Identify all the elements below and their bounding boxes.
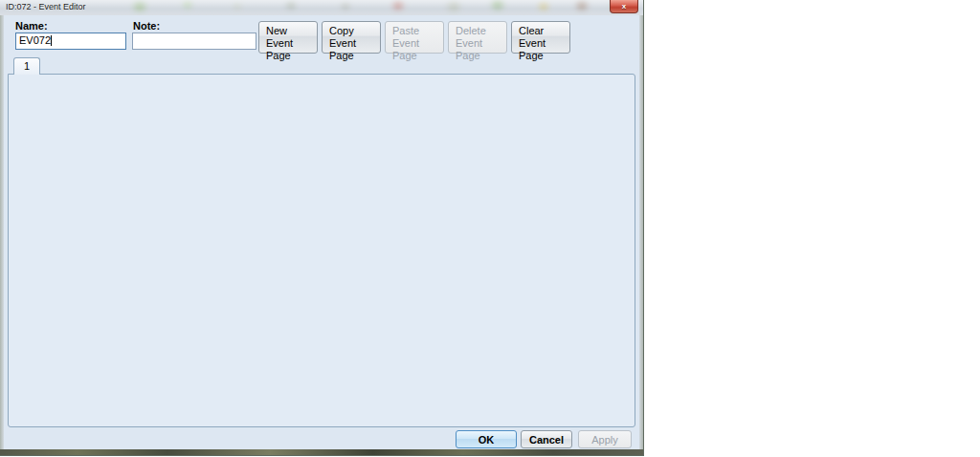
close-icon: x — [622, 2, 626, 11]
page-tab-body — [8, 74, 635, 427]
window-title: ID:072 - Event Editor — [6, 2, 86, 11]
text-caret — [51, 35, 52, 46]
name-label: Name: — [15, 20, 48, 32]
name-input[interactable]: EV072 — [15, 33, 126, 50]
event-editor-dialog: ID:072 - Event Editor x Name: EV072 Note… — [0, 0, 643, 455]
cancel-button[interactable]: Cancel — [521, 430, 572, 448]
note-input[interactable] — [132, 33, 256, 50]
delete-event-page-button[interactable]: DeleteEvent Page — [448, 21, 507, 54]
new-event-page-button[interactable]: NewEvent Page — [258, 21, 318, 54]
close-button[interactable]: x — [610, 0, 638, 13]
clear-event-page-button[interactable]: ClearEvent Page — [511, 21, 570, 54]
screenshot-root: ID:072 - Event Editor x Name: EV072 Note… — [0, 0, 980, 457]
tab-page-1[interactable]: 1 — [13, 57, 40, 75]
copy-event-page-button[interactable]: CopyEvent Page — [322, 21, 381, 54]
window-border-right — [639, 15, 643, 449]
apply-button[interactable]: Apply — [578, 430, 632, 448]
title-bar[interactable]: ID:072 - Event Editor x — [0, 0, 643, 15]
aero-glass-sheen — [0, 0, 643, 15]
note-label: Note: — [133, 20, 160, 32]
ok-button[interactable]: OK — [456, 430, 517, 448]
window-border-left — [0, 15, 4, 449]
window-border-bottom — [0, 449, 643, 455]
paste-event-page-button[interactable]: PasteEvent Page — [385, 21, 444, 54]
